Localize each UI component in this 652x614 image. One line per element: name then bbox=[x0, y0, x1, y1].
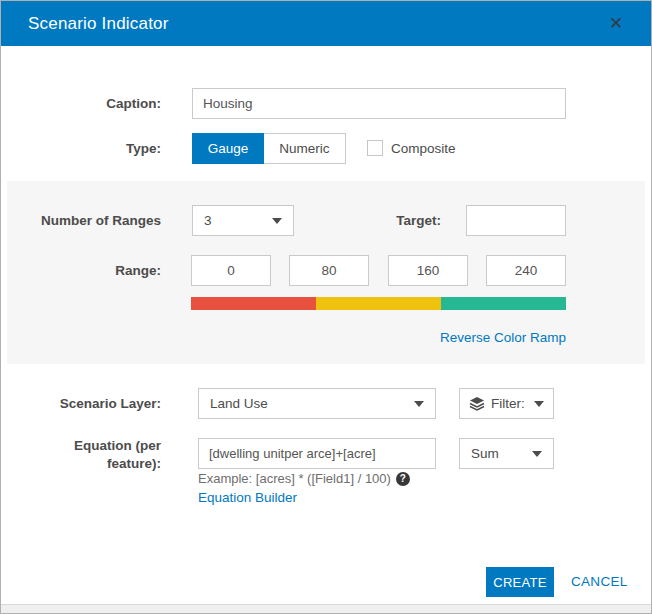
filter-dropdown[interactable]: Filter: bbox=[459, 388, 554, 419]
equation-example-text: Example: [acres] * ([Field1] / 100) bbox=[198, 471, 391, 486]
equation-label: Equation (per feature): bbox=[61, 437, 161, 473]
chevron-down-icon bbox=[532, 451, 542, 457]
equation-example: Example: [acres] * ([Field1] / 100) ? bbox=[198, 471, 410, 486]
caption-label: Caption: bbox=[1, 96, 161, 111]
aggregation-value: Sum bbox=[471, 446, 532, 461]
equation-builder-link[interactable]: Equation Builder bbox=[198, 490, 297, 505]
scenario-layer-label: Scenario Layer: bbox=[1, 396, 161, 411]
ramp-segment-green bbox=[441, 297, 566, 310]
aggregation-dropdown[interactable]: Sum bbox=[459, 438, 554, 469]
scenario-indicator-dialog: Scenario Indicator ✕ Caption: Type: Gaug… bbox=[0, 0, 652, 614]
scenario-layer-dropdown[interactable]: Land Use bbox=[198, 388, 436, 419]
composite-checkbox[interactable] bbox=[367, 140, 383, 156]
number-of-ranges-label: Number of Ranges bbox=[1, 213, 161, 228]
cancel-button[interactable]: CANCEL bbox=[571, 574, 628, 589]
range-input-4[interactable] bbox=[486, 255, 566, 286]
ramp-segment-red bbox=[191, 297, 316, 310]
dialog-title: Scenario Indicator bbox=[1, 14, 169, 34]
target-label: Target: bbox=[341, 213, 441, 228]
create-button[interactable]: CREATE bbox=[486, 567, 554, 597]
filter-label: Filter: bbox=[491, 396, 534, 411]
type-option-gauge[interactable]: Gauge bbox=[192, 133, 264, 164]
close-icon[interactable]: ✕ bbox=[601, 1, 631, 46]
equation-input[interactable] bbox=[198, 438, 436, 469]
scenario-layer-value: Land Use bbox=[210, 396, 414, 411]
reverse-color-ramp-link[interactable]: Reverse Color Ramp bbox=[440, 330, 566, 345]
chevron-down-icon bbox=[534, 401, 544, 407]
range-input-1[interactable] bbox=[191, 255, 271, 286]
range-input-2[interactable] bbox=[289, 255, 369, 286]
chevron-down-icon bbox=[272, 218, 282, 224]
composite-label: Composite bbox=[391, 141, 456, 156]
chevron-down-icon bbox=[414, 401, 424, 407]
type-option-numeric[interactable]: Numeric bbox=[264, 133, 346, 164]
range-input-3[interactable] bbox=[388, 255, 468, 286]
number-of-ranges-value: 3 bbox=[204, 213, 272, 228]
type-label: Type: bbox=[1, 141, 161, 156]
color-ramp bbox=[191, 297, 566, 310]
number-of-ranges-dropdown[interactable]: 3 bbox=[192, 205, 294, 236]
dialog-bottom-edge bbox=[1, 604, 651, 613]
ramp-segment-yellow bbox=[316, 297, 441, 310]
caption-input[interactable] bbox=[192, 88, 566, 119]
help-icon[interactable]: ? bbox=[396, 472, 410, 486]
range-label: Range: bbox=[1, 263, 161, 278]
target-input[interactable] bbox=[466, 205, 566, 236]
dialog-header: Scenario Indicator ✕ bbox=[1, 1, 651, 46]
layers-icon bbox=[469, 396, 485, 412]
